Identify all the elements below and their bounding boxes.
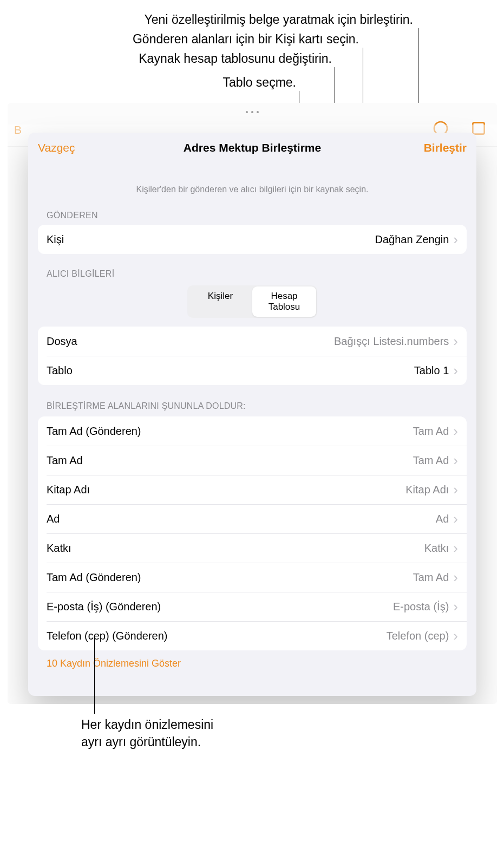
- callout-source: Kaynak hesap tablosunu değiştirin.: [139, 51, 332, 67]
- modal-title: Adres Mektup Birleştirme: [184, 141, 321, 154]
- drag-handle-icon: [246, 111, 259, 113]
- table-row-label: Tablo: [47, 364, 73, 377]
- field-row[interactable]: Katkı Katkı ›: [38, 533, 467, 563]
- file-row-value: Bağışçı Listesi.numbers: [334, 335, 449, 348]
- chevron-right-icon: ›: [453, 541, 458, 555]
- modal-body: Kişiler'den bir gönderen ve alıcı bilgil…: [28, 185, 476, 680]
- field-row-label: Tam Ad: [47, 454, 83, 467]
- fields-group: Tam Ad (Gönderen) Tam Ad › Tam Ad Tam Ad…: [38, 416, 467, 650]
- file-row-label: Dosya: [47, 335, 77, 348]
- sender-contact-row[interactable]: Kişi Dağhan Zengin ›: [38, 225, 467, 254]
- field-row[interactable]: Tam Ad (Gönderen) Tam Ad ›: [38, 563, 467, 592]
- sender-group: Kişi Dağhan Zengin ›: [38, 225, 467, 254]
- field-row-label: Kitap Adı: [47, 484, 90, 496]
- recipient-group: Dosya Bağışçı Listesi.numbers › Tablo Ta…: [38, 327, 467, 385]
- sender-row-label: Kişi: [47, 233, 64, 246]
- field-row-label: Ad: [47, 513, 60, 525]
- callout-table: Tablo seçme.: [222, 75, 296, 91]
- field-row-label: E-posta (İş) (Gönderen): [47, 601, 161, 613]
- helper-text: Kişiler'den bir gönderen ve alıcı bilgil…: [38, 185, 467, 194]
- chevron-right-icon: ›: [453, 232, 458, 246]
- field-row-value: E-posta (İş): [393, 601, 449, 613]
- field-row-label: Tam Ad (Gönderen): [47, 571, 141, 584]
- chevron-right-icon: ›: [453, 629, 458, 643]
- callout-merge: Yeni özelleştirilmiş belge yaratmak için…: [145, 12, 413, 28]
- mail-merge-modal: Vazgeç Adres Mektup Birleştirme Birleşti…: [28, 133, 476, 696]
- field-row-value: Tam Ad: [413, 454, 449, 467]
- segment-spreadsheet[interactable]: Hesap Tablosu: [252, 286, 316, 317]
- modal-header: Vazgeç Adres Mektup Birleştirme Birleşti…: [28, 133, 476, 163]
- field-row-value: Tam Ad: [413, 425, 449, 438]
- field-row-label: Telefon (cep) (Gönderen): [47, 630, 167, 642]
- field-row[interactable]: Tam Ad Tam Ad ›: [38, 446, 467, 475]
- recipient-source-segmented[interactable]: Kişiler Hesap Tablosu: [187, 285, 317, 318]
- cancel-button[interactable]: Vazgeç: [38, 141, 75, 154]
- chevron-right-icon: ›: [453, 483, 458, 497]
- segment-contacts[interactable]: Kişiler: [188, 286, 252, 317]
- sender-section-label: GÖNDEREN: [47, 211, 467, 220]
- chevron-right-icon: ›: [453, 512, 458, 526]
- field-row[interactable]: Telefon (cep) (Gönderen) Telefon (cep) ›: [38, 621, 467, 650]
- app-window: B Vazgeç Adres Mektup Birleştirme Birleş…: [8, 103, 497, 704]
- field-row[interactable]: Tam Ad (Gönderen) Tam Ad ›: [38, 416, 467, 446]
- field-row-value: Tam Ad: [413, 571, 449, 584]
- chevron-right-icon: ›: [453, 334, 458, 348]
- field-row-value: Telefon (cep): [387, 630, 449, 642]
- preview-records-link[interactable]: 10 Kaydın Önizlemesini Göster: [47, 658, 181, 669]
- field-row-label: Katkı: [47, 542, 71, 555]
- callout-line-preview: [94, 637, 95, 714]
- table-row[interactable]: Tablo Tablo 1 ›: [38, 356, 467, 385]
- chevron-right-icon: ›: [453, 363, 458, 377]
- field-row-value: Katkı: [424, 542, 449, 555]
- chevron-right-icon: ›: [453, 453, 458, 467]
- callout-preview: Her kaydın önizlemesini ayrı ayrı görünt…: [81, 716, 213, 751]
- fields-section-label: BİRLEŞTİRME ALANLARINI ŞUNUNLA DOLDUR:: [47, 401, 467, 411]
- field-row-value: Ad: [436, 513, 449, 525]
- file-row[interactable]: Dosya Bağışçı Listesi.numbers ›: [38, 327, 467, 356]
- merge-button[interactable]: Birleştir: [424, 141, 467, 154]
- sender-row-value: Dağhan Zengin: [375, 233, 449, 246]
- recipient-section-label: ALICI BİLGİLERİ: [47, 269, 467, 279]
- field-row[interactable]: E-posta (İş) (Gönderen) E-posta (İş) ›: [38, 592, 467, 621]
- field-row[interactable]: Kitap Adı Kitap Adı ›: [38, 475, 467, 504]
- chevron-right-icon: ›: [453, 424, 458, 438]
- chevron-right-icon: ›: [453, 599, 458, 614]
- field-row[interactable]: Ad Ad ›: [38, 504, 467, 533]
- callout-contact: Gönderen alanları için bir Kişi kartı se…: [133, 31, 359, 48]
- field-row-value: Kitap Adı: [405, 484, 449, 496]
- chevron-right-icon: ›: [453, 570, 458, 584]
- table-row-value: Tablo 1: [414, 364, 449, 377]
- field-row-label: Tam Ad (Gönderen): [47, 425, 141, 438]
